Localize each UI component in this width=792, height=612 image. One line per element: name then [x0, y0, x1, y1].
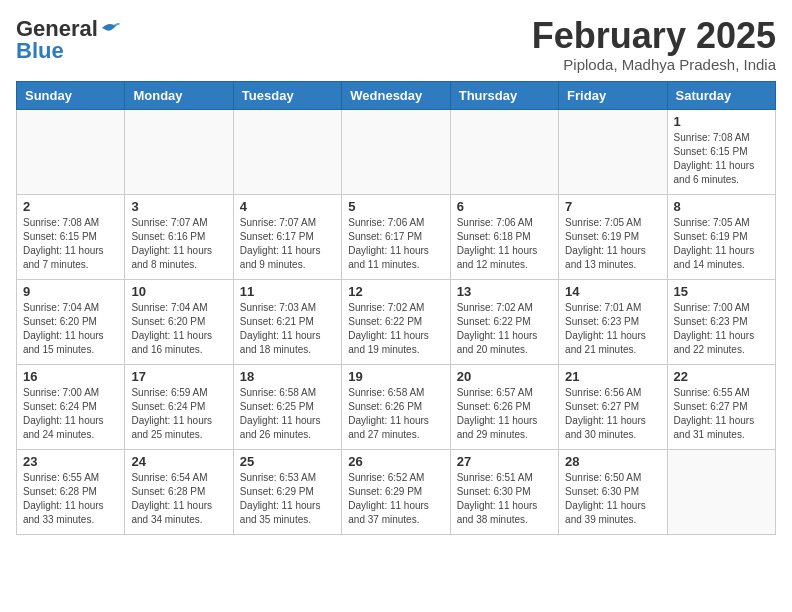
day-number: 2	[23, 199, 118, 214]
location: Piploda, Madhya Pradesh, India	[532, 56, 776, 73]
calendar-cell: 22Sunrise: 6:55 AM Sunset: 6:27 PM Dayli…	[667, 364, 775, 449]
week-row-4: 16Sunrise: 7:00 AM Sunset: 6:24 PM Dayli…	[17, 364, 776, 449]
day-info: Sunrise: 6:52 AM Sunset: 6:29 PM Dayligh…	[348, 471, 443, 527]
calendar-cell: 12Sunrise: 7:02 AM Sunset: 6:22 PM Dayli…	[342, 279, 450, 364]
day-number: 9	[23, 284, 118, 299]
calendar-cell: 1Sunrise: 7:08 AM Sunset: 6:15 PM Daylig…	[667, 109, 775, 194]
calendar-cell	[17, 109, 125, 194]
day-number: 8	[674, 199, 769, 214]
calendar-cell: 7Sunrise: 7:05 AM Sunset: 6:19 PM Daylig…	[559, 194, 667, 279]
calendar-cell: 2Sunrise: 7:08 AM Sunset: 6:15 PM Daylig…	[17, 194, 125, 279]
calendar-cell: 28Sunrise: 6:50 AM Sunset: 6:30 PM Dayli…	[559, 449, 667, 534]
day-number: 12	[348, 284, 443, 299]
day-info: Sunrise: 6:54 AM Sunset: 6:28 PM Dayligh…	[131, 471, 226, 527]
day-number: 17	[131, 369, 226, 384]
calendar-cell	[450, 109, 558, 194]
day-number: 10	[131, 284, 226, 299]
weekday-header-monday: Monday	[125, 81, 233, 109]
day-info: Sunrise: 6:55 AM Sunset: 6:27 PM Dayligh…	[674, 386, 769, 442]
day-number: 6	[457, 199, 552, 214]
day-number: 25	[240, 454, 335, 469]
day-info: Sunrise: 7:02 AM Sunset: 6:22 PM Dayligh…	[348, 301, 443, 357]
day-number: 26	[348, 454, 443, 469]
calendar-cell: 18Sunrise: 6:58 AM Sunset: 6:25 PM Dayli…	[233, 364, 341, 449]
weekday-header-saturday: Saturday	[667, 81, 775, 109]
day-info: Sunrise: 6:59 AM Sunset: 6:24 PM Dayligh…	[131, 386, 226, 442]
title-area: February 2025 Piploda, Madhya Pradesh, I…	[532, 16, 776, 73]
day-number: 11	[240, 284, 335, 299]
calendar-cell: 5Sunrise: 7:06 AM Sunset: 6:17 PM Daylig…	[342, 194, 450, 279]
day-number: 3	[131, 199, 226, 214]
calendar-cell: 17Sunrise: 6:59 AM Sunset: 6:24 PM Dayli…	[125, 364, 233, 449]
calendar-cell: 11Sunrise: 7:03 AM Sunset: 6:21 PM Dayli…	[233, 279, 341, 364]
day-info: Sunrise: 6:51 AM Sunset: 6:30 PM Dayligh…	[457, 471, 552, 527]
calendar-cell: 3Sunrise: 7:07 AM Sunset: 6:16 PM Daylig…	[125, 194, 233, 279]
day-info: Sunrise: 6:57 AM Sunset: 6:26 PM Dayligh…	[457, 386, 552, 442]
calendar-cell: 15Sunrise: 7:00 AM Sunset: 6:23 PM Dayli…	[667, 279, 775, 364]
calendar-cell	[342, 109, 450, 194]
calendar-cell: 26Sunrise: 6:52 AM Sunset: 6:29 PM Dayli…	[342, 449, 450, 534]
calendar-cell	[125, 109, 233, 194]
weekday-header-wednesday: Wednesday	[342, 81, 450, 109]
day-number: 4	[240, 199, 335, 214]
day-number: 18	[240, 369, 335, 384]
calendar-cell	[559, 109, 667, 194]
day-number: 19	[348, 369, 443, 384]
weekday-header-friday: Friday	[559, 81, 667, 109]
day-info: Sunrise: 6:58 AM Sunset: 6:26 PM Dayligh…	[348, 386, 443, 442]
calendar-cell: 13Sunrise: 7:02 AM Sunset: 6:22 PM Dayli…	[450, 279, 558, 364]
day-info: Sunrise: 6:53 AM Sunset: 6:29 PM Dayligh…	[240, 471, 335, 527]
day-number: 13	[457, 284, 552, 299]
calendar-cell: 27Sunrise: 6:51 AM Sunset: 6:30 PM Dayli…	[450, 449, 558, 534]
calendar-cell: 14Sunrise: 7:01 AM Sunset: 6:23 PM Dayli…	[559, 279, 667, 364]
week-row-1: 1Sunrise: 7:08 AM Sunset: 6:15 PM Daylig…	[17, 109, 776, 194]
calendar-cell: 21Sunrise: 6:56 AM Sunset: 6:27 PM Dayli…	[559, 364, 667, 449]
calendar-cell: 8Sunrise: 7:05 AM Sunset: 6:19 PM Daylig…	[667, 194, 775, 279]
week-row-3: 9Sunrise: 7:04 AM Sunset: 6:20 PM Daylig…	[17, 279, 776, 364]
calendar-cell: 23Sunrise: 6:55 AM Sunset: 6:28 PM Dayli…	[17, 449, 125, 534]
day-number: 16	[23, 369, 118, 384]
day-info: Sunrise: 7:06 AM Sunset: 6:17 PM Dayligh…	[348, 216, 443, 272]
day-info: Sunrise: 7:08 AM Sunset: 6:15 PM Dayligh…	[674, 131, 769, 187]
calendar-cell: 4Sunrise: 7:07 AM Sunset: 6:17 PM Daylig…	[233, 194, 341, 279]
day-number: 23	[23, 454, 118, 469]
day-info: Sunrise: 7:06 AM Sunset: 6:18 PM Dayligh…	[457, 216, 552, 272]
day-info: Sunrise: 7:02 AM Sunset: 6:22 PM Dayligh…	[457, 301, 552, 357]
day-number: 21	[565, 369, 660, 384]
day-number: 7	[565, 199, 660, 214]
day-number: 24	[131, 454, 226, 469]
day-info: Sunrise: 6:55 AM Sunset: 6:28 PM Dayligh…	[23, 471, 118, 527]
day-info: Sunrise: 7:03 AM Sunset: 6:21 PM Dayligh…	[240, 301, 335, 357]
day-number: 15	[674, 284, 769, 299]
day-info: Sunrise: 7:05 AM Sunset: 6:19 PM Dayligh…	[674, 216, 769, 272]
day-number: 14	[565, 284, 660, 299]
day-info: Sunrise: 7:04 AM Sunset: 6:20 PM Dayligh…	[131, 301, 226, 357]
day-info: Sunrise: 7:00 AM Sunset: 6:24 PM Dayligh…	[23, 386, 118, 442]
day-info: Sunrise: 7:04 AM Sunset: 6:20 PM Dayligh…	[23, 301, 118, 357]
week-row-2: 2Sunrise: 7:08 AM Sunset: 6:15 PM Daylig…	[17, 194, 776, 279]
weekday-header-sunday: Sunday	[17, 81, 125, 109]
weekday-header-row: SundayMondayTuesdayWednesdayThursdayFrid…	[17, 81, 776, 109]
day-info: Sunrise: 7:01 AM Sunset: 6:23 PM Dayligh…	[565, 301, 660, 357]
calendar-cell: 20Sunrise: 6:57 AM Sunset: 6:26 PM Dayli…	[450, 364, 558, 449]
day-number: 20	[457, 369, 552, 384]
calendar-cell: 19Sunrise: 6:58 AM Sunset: 6:26 PM Dayli…	[342, 364, 450, 449]
day-info: Sunrise: 6:50 AM Sunset: 6:30 PM Dayligh…	[565, 471, 660, 527]
week-row-5: 23Sunrise: 6:55 AM Sunset: 6:28 PM Dayli…	[17, 449, 776, 534]
logo: General Blue	[16, 16, 122, 64]
calendar-cell: 25Sunrise: 6:53 AM Sunset: 6:29 PM Dayli…	[233, 449, 341, 534]
month-title: February 2025	[532, 16, 776, 56]
page-header: General Blue February 2025 Piploda, Madh…	[16, 16, 776, 73]
day-number: 28	[565, 454, 660, 469]
logo-blue: Blue	[16, 38, 64, 64]
weekday-header-thursday: Thursday	[450, 81, 558, 109]
calendar-cell	[667, 449, 775, 534]
day-number: 27	[457, 454, 552, 469]
day-info: Sunrise: 7:07 AM Sunset: 6:16 PM Dayligh…	[131, 216, 226, 272]
calendar-cell: 24Sunrise: 6:54 AM Sunset: 6:28 PM Dayli…	[125, 449, 233, 534]
calendar-cell: 10Sunrise: 7:04 AM Sunset: 6:20 PM Dayli…	[125, 279, 233, 364]
day-info: Sunrise: 7:07 AM Sunset: 6:17 PM Dayligh…	[240, 216, 335, 272]
day-info: Sunrise: 6:56 AM Sunset: 6:27 PM Dayligh…	[565, 386, 660, 442]
calendar-cell: 9Sunrise: 7:04 AM Sunset: 6:20 PM Daylig…	[17, 279, 125, 364]
day-info: Sunrise: 6:58 AM Sunset: 6:25 PM Dayligh…	[240, 386, 335, 442]
